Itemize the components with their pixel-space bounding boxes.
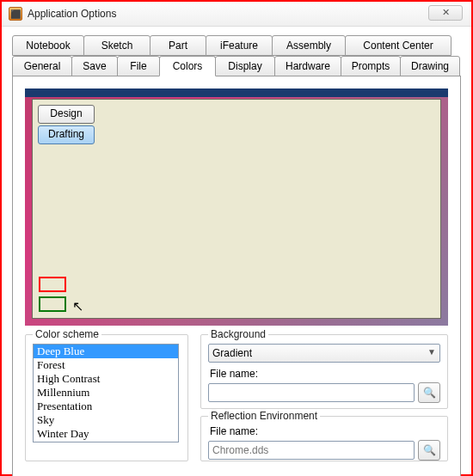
list-item[interactable]: Winter Day <box>34 427 178 441</box>
bg-browse-button[interactable]: 🔍 <box>418 382 440 403</box>
color-scheme-group: Color scheme Deep BlueForestHigh Contras… <box>25 334 188 461</box>
tab-hardware[interactable]: Hardware <box>274 56 341 76</box>
refl-filename-input[interactable]: Chrome.dds <box>208 441 415 460</box>
tab-content-center[interactable]: Content Center <box>345 35 452 56</box>
tab-colors[interactable]: Colors <box>159 56 216 76</box>
swatch-green[interactable] <box>39 296 66 312</box>
list-item[interactable]: Deep Blue <box>34 345 178 358</box>
reflection-label: Reflection Environment <box>208 410 320 422</box>
tab-drawing[interactable]: Drawing <box>400 56 460 76</box>
window-title: Application Options <box>28 8 116 20</box>
list-item[interactable]: Forest <box>34 358 178 372</box>
tab-sketch[interactable]: Sketch <box>83 35 150 56</box>
background-group: Background Gradient ▼ File name: 🔍 <box>200 334 448 409</box>
close-button[interactable]: ✕ <box>428 5 463 21</box>
cursor-icon: ↖ <box>72 300 83 314</box>
background-combo[interactable]: Gradient ▼ <box>208 344 440 363</box>
reflection-group: Reflection Environment File name: Chrome… <box>200 416 448 461</box>
list-item[interactable]: Sky <box>34 413 178 427</box>
tab-assembly[interactable]: Assembly <box>272 35 346 56</box>
tab-display[interactable]: Display <box>215 56 275 76</box>
list-item[interactable]: High Contrast <box>34 372 178 386</box>
titlebar: ⬛ Application Options ✕ <box>2 2 471 27</box>
swatch-red[interactable] <box>39 277 66 292</box>
tab-general[interactable]: General <box>12 56 72 76</box>
bg-filename-input[interactable] <box>208 383 415 402</box>
tab-save[interactable]: Save <box>71 56 118 76</box>
color-scheme-list[interactable]: Deep BlueForestHigh ContrastMillenniumPr… <box>33 344 179 442</box>
chevron-down-icon: ▼ <box>427 347 436 357</box>
tab-ifeature[interactable]: iFeature <box>206 35 273 56</box>
background-combo-value: Gradient <box>212 347 252 359</box>
refl-filename-label: File name: <box>210 425 440 437</box>
app-icon: ⬛ <box>9 7 22 21</box>
list-item[interactable]: Presentation <box>34 400 178 413</box>
tabstrip: NotebookSketchPartiFeatureAssemblyConten… <box>12 35 461 76</box>
colors-panel: Design Drafting ↖ Color scheme Deep Blue… <box>12 76 461 476</box>
color-preview: Design Drafting ↖ <box>25 88 448 326</box>
background-label: Background <box>208 328 268 340</box>
color-scheme-label: Color scheme <box>33 328 101 340</box>
magnifier-icon: 🔍 <box>423 444 436 456</box>
tab-part[interactable]: Part <box>150 35 206 56</box>
refl-browse-button[interactable]: 🔍 <box>418 440 440 461</box>
preview-canvas: Design Drafting ↖ <box>32 99 441 319</box>
bg-filename-label: File name: <box>210 368 440 380</box>
list-item[interactable]: Millennium <box>34 386 178 400</box>
drafting-button[interactable]: Drafting <box>38 125 95 144</box>
design-button[interactable]: Design <box>38 105 95 124</box>
tab-notebook[interactable]: Notebook <box>12 35 84 56</box>
tab-file[interactable]: File <box>117 56 160 76</box>
tab-prompts[interactable]: Prompts <box>341 56 401 76</box>
magnifier-icon: 🔍 <box>423 387 436 399</box>
